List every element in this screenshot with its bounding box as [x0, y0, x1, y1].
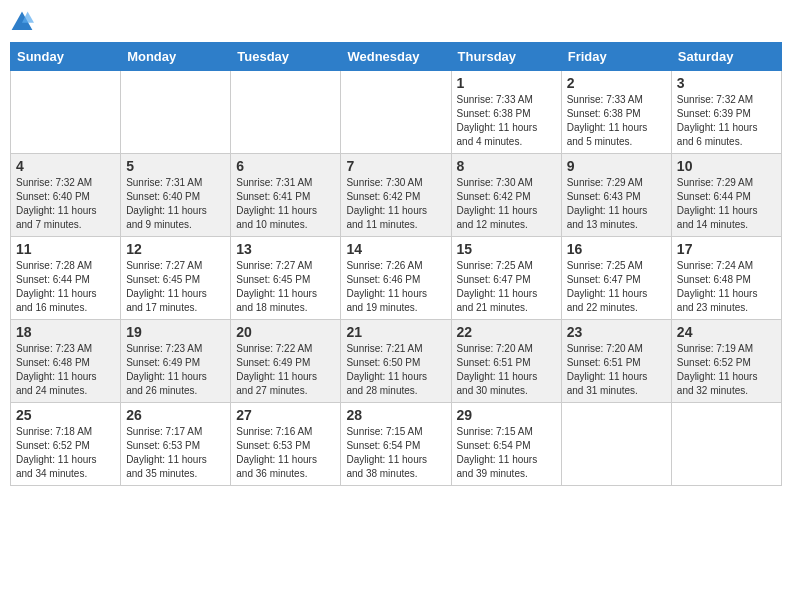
calendar-cell: 18Sunrise: 7:23 AM Sunset: 6:48 PM Dayli…	[11, 320, 121, 403]
calendar-table: SundayMondayTuesdayWednesdayThursdayFrid…	[10, 42, 782, 486]
calendar-cell: 9Sunrise: 7:29 AM Sunset: 6:43 PM Daylig…	[561, 154, 671, 237]
week-row: 18Sunrise: 7:23 AM Sunset: 6:48 PM Dayli…	[11, 320, 782, 403]
day-info: Sunrise: 7:30 AM Sunset: 6:42 PM Dayligh…	[346, 177, 427, 230]
day-info: Sunrise: 7:31 AM Sunset: 6:41 PM Dayligh…	[236, 177, 317, 230]
day-number: 8	[457, 158, 556, 174]
calendar-cell: 6Sunrise: 7:31 AM Sunset: 6:41 PM Daylig…	[231, 154, 341, 237]
day-info: Sunrise: 7:20 AM Sunset: 6:51 PM Dayligh…	[457, 343, 538, 396]
day-number: 13	[236, 241, 335, 257]
calendar-cell: 2Sunrise: 7:33 AM Sunset: 6:38 PM Daylig…	[561, 71, 671, 154]
day-number: 20	[236, 324, 335, 340]
calendar-cell: 5Sunrise: 7:31 AM Sunset: 6:40 PM Daylig…	[121, 154, 231, 237]
calendar-cell	[341, 71, 451, 154]
day-header: Wednesday	[341, 43, 451, 71]
day-info: Sunrise: 7:15 AM Sunset: 6:54 PM Dayligh…	[346, 426, 427, 479]
calendar-cell: 10Sunrise: 7:29 AM Sunset: 6:44 PM Dayli…	[671, 154, 781, 237]
calendar-cell: 28Sunrise: 7:15 AM Sunset: 6:54 PM Dayli…	[341, 403, 451, 486]
calendar-cell: 4Sunrise: 7:32 AM Sunset: 6:40 PM Daylig…	[11, 154, 121, 237]
header	[10, 10, 782, 34]
day-info: Sunrise: 7:18 AM Sunset: 6:52 PM Dayligh…	[16, 426, 97, 479]
day-number: 27	[236, 407, 335, 423]
day-number: 3	[677, 75, 776, 91]
calendar-cell	[561, 403, 671, 486]
day-header: Saturday	[671, 43, 781, 71]
day-info: Sunrise: 7:33 AM Sunset: 6:38 PM Dayligh…	[457, 94, 538, 147]
calendar-cell: 22Sunrise: 7:20 AM Sunset: 6:51 PM Dayli…	[451, 320, 561, 403]
calendar-cell: 12Sunrise: 7:27 AM Sunset: 6:45 PM Dayli…	[121, 237, 231, 320]
calendar-cell: 3Sunrise: 7:32 AM Sunset: 6:39 PM Daylig…	[671, 71, 781, 154]
day-info: Sunrise: 7:27 AM Sunset: 6:45 PM Dayligh…	[236, 260, 317, 313]
calendar-cell: 29Sunrise: 7:15 AM Sunset: 6:54 PM Dayli…	[451, 403, 561, 486]
day-number: 28	[346, 407, 445, 423]
day-number: 15	[457, 241, 556, 257]
day-info: Sunrise: 7:23 AM Sunset: 6:49 PM Dayligh…	[126, 343, 207, 396]
day-number: 7	[346, 158, 445, 174]
day-info: Sunrise: 7:16 AM Sunset: 6:53 PM Dayligh…	[236, 426, 317, 479]
day-info: Sunrise: 7:28 AM Sunset: 6:44 PM Dayligh…	[16, 260, 97, 313]
day-header: Friday	[561, 43, 671, 71]
calendar-cell: 15Sunrise: 7:25 AM Sunset: 6:47 PM Dayli…	[451, 237, 561, 320]
day-info: Sunrise: 7:32 AM Sunset: 6:40 PM Dayligh…	[16, 177, 97, 230]
day-header: Thursday	[451, 43, 561, 71]
day-number: 26	[126, 407, 225, 423]
day-number: 1	[457, 75, 556, 91]
calendar-cell: 27Sunrise: 7:16 AM Sunset: 6:53 PM Dayli…	[231, 403, 341, 486]
day-info: Sunrise: 7:24 AM Sunset: 6:48 PM Dayligh…	[677, 260, 758, 313]
day-info: Sunrise: 7:15 AM Sunset: 6:54 PM Dayligh…	[457, 426, 538, 479]
calendar-cell: 25Sunrise: 7:18 AM Sunset: 6:52 PM Dayli…	[11, 403, 121, 486]
day-number: 9	[567, 158, 666, 174]
day-number: 14	[346, 241, 445, 257]
calendar-cell: 20Sunrise: 7:22 AM Sunset: 6:49 PM Dayli…	[231, 320, 341, 403]
calendar-cell: 8Sunrise: 7:30 AM Sunset: 6:42 PM Daylig…	[451, 154, 561, 237]
day-number: 18	[16, 324, 115, 340]
day-header: Sunday	[11, 43, 121, 71]
day-info: Sunrise: 7:25 AM Sunset: 6:47 PM Dayligh…	[457, 260, 538, 313]
week-row: 25Sunrise: 7:18 AM Sunset: 6:52 PM Dayli…	[11, 403, 782, 486]
day-info: Sunrise: 7:26 AM Sunset: 6:46 PM Dayligh…	[346, 260, 427, 313]
day-number: 2	[567, 75, 666, 91]
day-header: Tuesday	[231, 43, 341, 71]
header-row: SundayMondayTuesdayWednesdayThursdayFrid…	[11, 43, 782, 71]
day-number: 17	[677, 241, 776, 257]
week-row: 4Sunrise: 7:32 AM Sunset: 6:40 PM Daylig…	[11, 154, 782, 237]
calendar-cell: 19Sunrise: 7:23 AM Sunset: 6:49 PM Dayli…	[121, 320, 231, 403]
calendar-cell	[671, 403, 781, 486]
day-info: Sunrise: 7:31 AM Sunset: 6:40 PM Dayligh…	[126, 177, 207, 230]
calendar-cell: 24Sunrise: 7:19 AM Sunset: 6:52 PM Dayli…	[671, 320, 781, 403]
week-row: 1Sunrise: 7:33 AM Sunset: 6:38 PM Daylig…	[11, 71, 782, 154]
calendar-cell	[231, 71, 341, 154]
calendar-cell: 23Sunrise: 7:20 AM Sunset: 6:51 PM Dayli…	[561, 320, 671, 403]
day-number: 23	[567, 324, 666, 340]
day-number: 12	[126, 241, 225, 257]
day-info: Sunrise: 7:27 AM Sunset: 6:45 PM Dayligh…	[126, 260, 207, 313]
calendar-cell: 21Sunrise: 7:21 AM Sunset: 6:50 PM Dayli…	[341, 320, 451, 403]
calendar-cell: 26Sunrise: 7:17 AM Sunset: 6:53 PM Dayli…	[121, 403, 231, 486]
day-number: 22	[457, 324, 556, 340]
day-number: 6	[236, 158, 335, 174]
calendar-cell: 14Sunrise: 7:26 AM Sunset: 6:46 PM Dayli…	[341, 237, 451, 320]
day-info: Sunrise: 7:25 AM Sunset: 6:47 PM Dayligh…	[567, 260, 648, 313]
day-info: Sunrise: 7:29 AM Sunset: 6:43 PM Dayligh…	[567, 177, 648, 230]
calendar-cell	[11, 71, 121, 154]
day-info: Sunrise: 7:17 AM Sunset: 6:53 PM Dayligh…	[126, 426, 207, 479]
day-info: Sunrise: 7:22 AM Sunset: 6:49 PM Dayligh…	[236, 343, 317, 396]
day-info: Sunrise: 7:33 AM Sunset: 6:38 PM Dayligh…	[567, 94, 648, 147]
day-number: 10	[677, 158, 776, 174]
day-number: 4	[16, 158, 115, 174]
day-info: Sunrise: 7:20 AM Sunset: 6:51 PM Dayligh…	[567, 343, 648, 396]
logo	[10, 10, 38, 34]
day-info: Sunrise: 7:30 AM Sunset: 6:42 PM Dayligh…	[457, 177, 538, 230]
calendar-cell: 7Sunrise: 7:30 AM Sunset: 6:42 PM Daylig…	[341, 154, 451, 237]
calendar-cell: 11Sunrise: 7:28 AM Sunset: 6:44 PM Dayli…	[11, 237, 121, 320]
week-row: 11Sunrise: 7:28 AM Sunset: 6:44 PM Dayli…	[11, 237, 782, 320]
logo-icon	[10, 10, 34, 34]
day-header: Monday	[121, 43, 231, 71]
day-info: Sunrise: 7:29 AM Sunset: 6:44 PM Dayligh…	[677, 177, 758, 230]
day-info: Sunrise: 7:19 AM Sunset: 6:52 PM Dayligh…	[677, 343, 758, 396]
day-info: Sunrise: 7:21 AM Sunset: 6:50 PM Dayligh…	[346, 343, 427, 396]
day-info: Sunrise: 7:23 AM Sunset: 6:48 PM Dayligh…	[16, 343, 97, 396]
day-number: 21	[346, 324, 445, 340]
day-number: 19	[126, 324, 225, 340]
calendar-cell: 1Sunrise: 7:33 AM Sunset: 6:38 PM Daylig…	[451, 71, 561, 154]
day-number: 11	[16, 241, 115, 257]
